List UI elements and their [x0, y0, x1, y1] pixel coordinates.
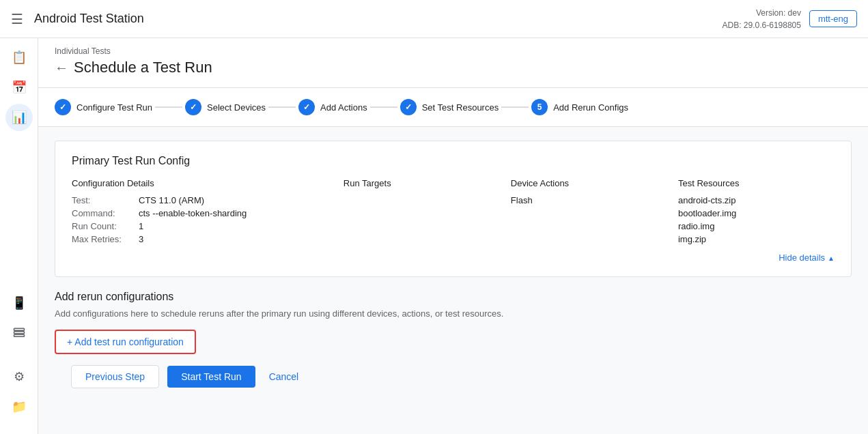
card-grid: Configuration Details Test: CTS 11.0 (AR… — [72, 178, 835, 247]
device-action-flash: Flash — [511, 195, 667, 205]
primary-config-card: Primary Test Run Config Configuration De… — [55, 141, 852, 277]
step-configure: ✓ Configure Test Run — [55, 99, 152, 115]
step-label-resources: Set Test Resources — [422, 102, 499, 113]
col-header-config: Configuration Details — [72, 178, 333, 188]
cancel-button[interactable]: Cancel — [264, 366, 305, 388]
step-label-configure: Configure Test Run — [76, 102, 152, 113]
svg-rect-2 — [14, 334, 24, 336]
step-circle-resources: ✓ — [400, 99, 417, 115]
step-connector-1 — [155, 106, 182, 108]
step-connector-3 — [370, 106, 397, 108]
content-area: Individual Tests ← Schedule a Test Run ✓… — [38, 38, 868, 434]
sidebar: 📋 📅 📊 📱 ⚙ 📁 — [0, 38, 38, 434]
page-title: Schedule a Test Run — [74, 59, 212, 76]
step-connector-2 — [268, 106, 296, 108]
card-title: Primary Test Run Config — [72, 155, 835, 167]
page-header: Individual Tests ← Schedule a Test Run — [38, 38, 868, 88]
col-header-actions: Device Actions — [511, 178, 667, 188]
previous-step-button[interactable]: Previous Step — [71, 365, 159, 388]
detail-test: Test: CTS 11.0 (ARM) — [72, 195, 333, 205]
footer-buttons: Previous Step Start Test Run Cancel — [55, 354, 852, 394]
step-resources: ✓ Set Test Resources — [400, 99, 499, 115]
header: ☰ Android Test Station Version: dev ADB:… — [0, 0, 868, 38]
version-info: Version: dev ADB: 29.0.6-6198805 — [723, 7, 801, 31]
app-title: Android Test Station — [34, 12, 723, 26]
resource-img: img.zip — [678, 234, 835, 244]
step-label-actions: Add Actions — [320, 102, 367, 113]
svg-rect-0 — [14, 328, 24, 330]
page-content: Primary Test Run Config Configuration De… — [38, 127, 868, 407]
step-label-devices: Select Devices — [207, 102, 266, 113]
sidebar-item-analytics[interactable]: 📊 — [5, 104, 33, 131]
sidebar-item-device[interactable]: 📱 — [5, 289, 33, 317]
col-header-targets: Run Targets — [344, 178, 500, 188]
menu-icon[interactable]: ☰ — [11, 11, 23, 27]
stepper: ✓ Configure Test Run ✓ Select Devices ✓ … — [38, 88, 868, 127]
col-header-resources: Test Resources — [678, 178, 835, 188]
main-layout: 📋 📅 📊 📱 ⚙ 📁 Individual Tests ← Schedule … — [0, 38, 868, 434]
resource-radio: radio.img — [678, 221, 835, 231]
device-actions-col: Device Actions Flash — [511, 178, 667, 247]
back-button[interactable]: ← — [55, 60, 68, 76]
sidebar-item-tasks[interactable]: 📋 — [5, 44, 33, 71]
resource-bootloader: bootloader.img — [678, 208, 835, 218]
detail-max-retries: Max Retries: 3 — [72, 234, 333, 244]
step-circle-actions: ✓ — [298, 99, 315, 115]
config-details-col: Configuration Details Test: CTS 11.0 (AR… — [72, 178, 333, 247]
section-desc: Add configurations here to schedule reru… — [55, 308, 852, 319]
chevron-up-icon — [828, 252, 835, 263]
step-circle-devices: ✓ — [185, 99, 201, 115]
resource-cts: android-cts.zip — [678, 195, 835, 205]
sidebar-item-settings[interactable]: ⚙ — [5, 363, 33, 390]
test-resources-col: Test Resources android-cts.zip bootloade… — [678, 178, 835, 247]
add-rerun-section: Add rerun configurations Add configurati… — [55, 291, 852, 354]
sidebar-item-calendar[interactable]: 📅 — [5, 74, 33, 101]
step-actions: ✓ Add Actions — [298, 99, 367, 115]
step-label-rerun: Add Rerun Configs — [553, 102, 628, 113]
step-circle-rerun: 5 — [531, 99, 548, 115]
detail-run-count: Run Count: 1 — [72, 221, 333, 231]
breadcrumb: Individual Tests — [55, 46, 852, 56]
svg-rect-1 — [14, 332, 24, 334]
sidebar-item-storage[interactable] — [5, 319, 33, 347]
step-rerun: 5 Add Rerun Configs — [531, 99, 628, 115]
step-devices: ✓ Select Devices — [185, 99, 266, 115]
hide-details-link[interactable]: Hide details — [72, 252, 835, 263]
add-config-button[interactable]: + Add test run configuration — [55, 330, 196, 354]
start-test-run-button[interactable]: Start Test Run — [167, 366, 255, 388]
section-title: Add rerun configurations — [55, 291, 852, 303]
step-circle-configure: ✓ — [55, 99, 71, 115]
detail-command: Command: cts --enable-token-sharding — [72, 208, 333, 218]
step-connector-4 — [501, 106, 529, 108]
sidebar-item-folder[interactable]: 📁 — [5, 393, 33, 420]
env-badge: mtt-eng — [809, 10, 857, 27]
run-targets-col: Run Targets — [344, 178, 500, 247]
